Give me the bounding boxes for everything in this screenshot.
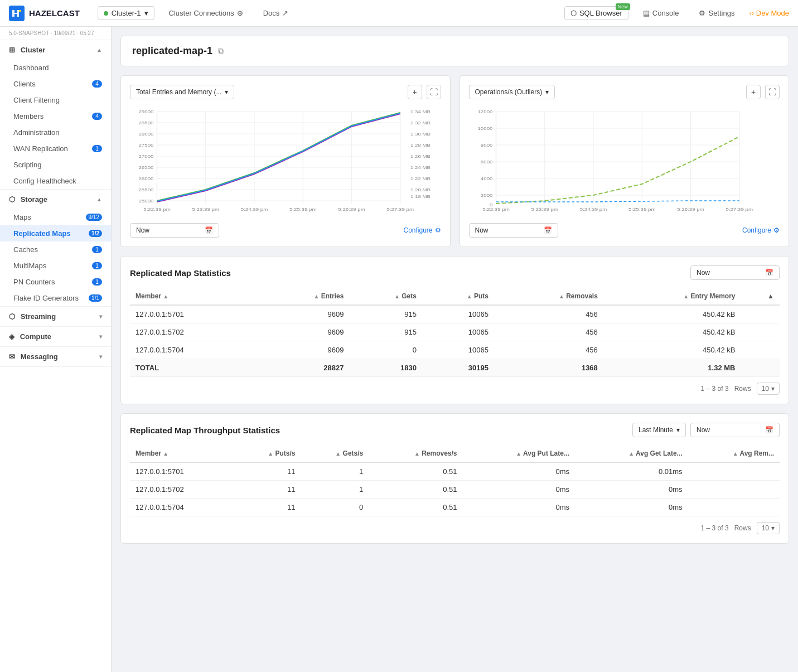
throughput-rows-label: Rows xyxy=(734,524,751,532)
multimaps-label: MultiMaps xyxy=(13,262,46,270)
total-removals: 1368 xyxy=(494,359,603,377)
chart2-configure-button[interactable]: Configure ⚙ xyxy=(742,226,780,234)
chart1-toolbar: Total Entries and Memory (... ▾ + ⛶ xyxy=(130,85,441,99)
sidebar-item-multimaps[interactable]: MultiMaps 1 xyxy=(0,258,111,274)
sidebar-storage-header[interactable]: ⬡ Storage ▲ xyxy=(0,190,111,209)
sidebar-item-members[interactable]: Members 4 xyxy=(0,108,111,124)
docs-label: Docs xyxy=(263,9,280,17)
tp-row-avg-rem xyxy=(688,462,780,481)
copy-icon[interactable]: ⧉ xyxy=(218,46,224,56)
throughput-period-select[interactable]: Last Minute ▾ xyxy=(632,423,686,437)
tp-col-member[interactable]: Member ▲ xyxy=(130,445,234,462)
tp-col-removes-s[interactable]: ▲ Removes/s xyxy=(369,445,462,462)
tp-col-avg-put[interactable]: ▲ Avg Put Late... xyxy=(463,445,575,462)
svg-text:5:25:39 pm: 5:25:39 pm xyxy=(289,207,316,212)
sidebar-item-scripting[interactable]: Scripting xyxy=(0,157,111,173)
col-more[interactable]: ▲ xyxy=(741,288,780,305)
sidebar-item-clients[interactable]: Clients 4 xyxy=(0,76,111,92)
chart2-add-button[interactable]: + xyxy=(746,85,761,99)
tp-puts-sort-icon: ▲ xyxy=(268,451,273,457)
settings-button[interactable]: ⚙ Settings xyxy=(693,7,740,20)
stats-time-input[interactable]: Now 📅 xyxy=(690,265,780,280)
chart1-icons: + ⛶ xyxy=(408,85,441,99)
chart2-expand-button[interactable]: ⛶ xyxy=(765,85,780,99)
sidebar-item-wan-replication[interactable]: WAN Replication 1 xyxy=(0,141,111,157)
col-gets[interactable]: ▲ Gets xyxy=(349,288,422,305)
cluster-selector[interactable]: Cluster-1 ▾ xyxy=(98,6,154,20)
sidebar-item-client-filtering[interactable]: Client Filtering xyxy=(0,92,111,108)
sidebar-cluster-header[interactable]: ⊞ Cluster ▲ xyxy=(0,40,111,60)
chart2-toolbar: Operations/s (Outliers) ▾ + ⛶ xyxy=(469,85,780,99)
svg-text:5:24:39 pm: 5:24:39 pm xyxy=(241,207,268,212)
tp-row-avg-get: 0ms xyxy=(575,481,688,499)
col-puts[interactable]: ▲ Puts xyxy=(422,288,494,305)
dev-mode-label: Dev Mode xyxy=(756,9,789,17)
docs-button[interactable]: Docs ↗ xyxy=(258,7,294,20)
sql-browser-button[interactable]: ⬡ SQL Browser New xyxy=(564,6,628,20)
sidebar-item-replicated-maps[interactable]: Replicated Maps 1/2 xyxy=(0,225,111,241)
throughput-table-footer: 1 – 3 of 3 Rows 10 ▾ xyxy=(130,522,780,534)
svg-text:1.32 MB: 1.32 MB xyxy=(410,120,431,125)
chart2-select[interactable]: Operations/s (Outliers) ▾ xyxy=(469,85,555,99)
sidebar-item-dashboard[interactable]: Dashboard xyxy=(0,60,111,76)
row-entries: 9609 xyxy=(259,341,349,359)
sidebar-item-caches[interactable]: Caches 1 xyxy=(0,241,111,258)
throughput-period-label: Last Minute xyxy=(639,426,673,434)
chart1-expand-button[interactable]: ⛶ xyxy=(427,85,441,99)
stats-calendar-icon: 📅 xyxy=(765,269,773,277)
stats-rows-select[interactable]: 10 ▾ xyxy=(757,383,780,395)
config-healthcheck-label: Config Healthcheck xyxy=(13,177,76,185)
col-member[interactable]: Member ▲ xyxy=(130,288,259,305)
sidebar-messaging-header[interactable]: ✉ Messaging ▾ xyxy=(0,347,111,366)
cluster-connections-button[interactable]: Cluster Connections ⊕ xyxy=(163,7,249,20)
settings-label: Settings xyxy=(708,9,734,17)
row-gets: 915 xyxy=(349,323,422,341)
tp-col-gets-s[interactable]: ▲ Gets/s xyxy=(301,445,369,462)
logo-text: HAZELCAST xyxy=(29,8,80,18)
page-header: replicated-map-1 ⧉ xyxy=(120,36,789,66)
svg-text:1.24 MB: 1.24 MB xyxy=(410,165,431,170)
tp-col-puts-s[interactable]: ▲ Puts/s xyxy=(234,445,301,462)
sidebar-item-pn-counters[interactable]: PN Counters 1 xyxy=(0,274,111,290)
svg-text:1.18 MB: 1.18 MB xyxy=(410,194,431,199)
wan-replication-label: WAN Replication xyxy=(13,144,68,153)
svg-text:1.30 MB: 1.30 MB xyxy=(410,132,431,137)
sidebar-item-flake-id[interactable]: Flake ID Generators 1/1 xyxy=(0,290,111,306)
compute-section-chevron: ▾ xyxy=(99,333,102,340)
chart2-select-label: Operations/s (Outliers) xyxy=(475,88,543,96)
throughput-controls: Last Minute ▾ Now 📅 xyxy=(632,423,780,437)
chart1-select[interactable]: Total Entries and Memory (... ▾ xyxy=(130,85,234,99)
svg-text:5:23:39 pm: 5:23:39 pm xyxy=(192,207,219,212)
sidebar-item-maps[interactable]: Maps 9/12 xyxy=(0,209,111,225)
sidebar-item-administration[interactable]: Administration xyxy=(0,124,111,141)
messaging-section-label: Messaging xyxy=(21,352,58,361)
chart1-configure-button[interactable]: Configure ⚙ xyxy=(403,226,441,234)
throughput-rows-select[interactable]: 10 ▾ xyxy=(757,522,780,534)
svg-text:1.22 MB: 1.22 MB xyxy=(410,176,431,181)
col-entries[interactable]: ▲ Entries xyxy=(259,288,349,305)
svg-text:1.34 MB: 1.34 MB xyxy=(410,109,431,114)
throughput-time-input[interactable]: Now 📅 xyxy=(690,423,780,437)
col-removals[interactable]: ▲ Removals xyxy=(494,288,603,305)
tp-row-avg-rem xyxy=(688,481,780,499)
col-entry-memory[interactable]: ▲ Entry Memory xyxy=(603,288,741,305)
chart-entries-memory: Total Entries and Memory (... ▾ + ⛶ xyxy=(120,75,451,247)
chart1-select-label: Total Entries and Memory (... xyxy=(136,88,221,96)
tp-col-avg-rem[interactable]: ▲ Avg Rem... xyxy=(688,445,780,462)
tp-avg-put-sort-icon: ▲ xyxy=(516,451,521,457)
chart1-time-input[interactable]: Now 📅 xyxy=(130,223,219,238)
storage-section-label: Storage xyxy=(21,195,47,204)
sidebar-item-config-healthcheck[interactable]: Config Healthcheck xyxy=(0,173,111,189)
chart2-time-input[interactable]: Now 📅 xyxy=(469,223,558,238)
svg-text:6000: 6000 xyxy=(480,159,492,165)
chart1-configure-label: Configure xyxy=(403,226,432,234)
sidebar-streaming-header[interactable]: ⬡ Streaming ▾ xyxy=(0,307,111,326)
tp-col-avg-get[interactable]: ▲ Avg Get Late... xyxy=(575,445,688,462)
row-removals: 456 xyxy=(494,341,603,359)
console-button[interactable]: ▤ Console xyxy=(637,7,685,20)
configure-gear-icon: ⚙ xyxy=(435,226,441,234)
sidebar-compute-header[interactable]: ◈ Compute ▾ xyxy=(0,327,111,346)
dev-mode-button[interactable]: ‹› Dev Mode xyxy=(749,9,789,17)
chart1-add-button[interactable]: + xyxy=(408,85,422,99)
tp-row-removes-s: 0.51 xyxy=(369,481,462,499)
